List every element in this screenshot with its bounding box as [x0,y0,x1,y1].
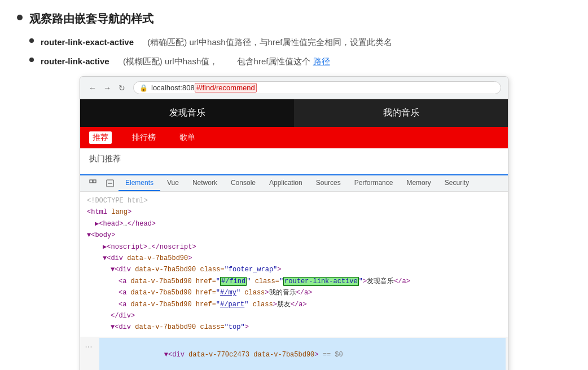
code-line-12: ▼<div data-v-7ba5bd90 class="top"> [87,321,501,333]
sub-text-2: router-link-active (模糊匹配) url中hash值， 包含h… [41,55,330,68]
app-nav: 发现音乐 我的音乐 [80,99,508,127]
sub-bullet-2: router-link-active (模糊匹配) url中hash值， 包含h… [29,55,571,68]
browser-area: ← → ↻ 🔒 localhost:808#/find/recommend 发现… [17,76,571,370]
address-text: localhost:808#/find/recommend [151,83,257,92]
sub-bullet-1: router-link-exact-active (精确匹配) url中hash… [29,36,571,49]
class-name-1: router-link-exact-active [41,37,134,47]
nav-item-find[interactable]: 发现音乐 [80,99,294,127]
sub-nav-ranking[interactable]: 排行榜 [129,131,159,144]
tab-elements[interactable]: Elements [119,175,160,191]
page-content: 观察路由嵌套导航的样式 router-link-exact-active (精确… [0,0,588,370]
browser-nav-buttons: ← → ↻ [87,82,128,94]
class-name-2: router-link-active [41,56,109,66]
desc-1: (精确匹配) url中hash值路径，与href属性值完全相同，设置此类名 [147,37,392,47]
desc-2: (模糊匹配) url中hash值， 包含href属性值这个 路径 [123,56,330,66]
code-line-5: ▶<noscript>…</noscript> [87,241,501,253]
code-line-4: ▼<body> [87,230,501,241]
three-dots: … [80,338,97,351]
address-bar[interactable]: 🔒 localhost:808#/find/recommend [133,81,501,94]
tab-sources[interactable]: Sources [309,175,348,191]
devtools-code-bottom: ▼<div data-v-770c2473 data-v-7ba5bd90> =… [97,338,508,370]
devtools-code-panel: <!DOCTYPE html> <html lang> ▶<head>…</he… [80,192,508,337]
sub-dot-2 [29,58,34,62]
devtools-cursor-icon[interactable] [85,176,102,191]
tab-application[interactable]: Application [262,175,309,191]
code-line-2: <html lang> [87,206,501,218]
main-title: 观察路由嵌套导航的样式 [29,11,153,27]
tab-console[interactable]: Console [224,175,262,191]
code-line-9: <a data-v-7ba5bd90 href="#/my" class>我的音… [87,287,501,298]
sub-nav: 推荐 排行榜 歌单 [80,127,508,148]
back-button[interactable]: ← [87,82,98,94]
code-line-11: </div> [87,310,501,321]
main-bullet-dot [17,15,23,20]
code-line-3: ▶<head>…</head> [87,218,501,230]
devtools-tabs: Elements Vue Network Console Application… [80,175,508,192]
tab-performance[interactable]: Performance [348,175,400,191]
tab-network[interactable]: Network [186,175,224,191]
main-bullet: 观察路由嵌套导航的样式 [17,11,571,27]
tab-vue[interactable]: Vue [160,175,186,191]
sub-bullets: router-link-exact-active (精确匹配) url中hash… [29,36,571,68]
forward-button[interactable]: → [102,82,113,94]
address-highlighted: #/find/recommend [195,83,257,92]
link-text: 路径 [313,56,330,66]
tab-security[interactable]: Security [438,175,476,191]
devtools-bottom-row: … ▼<div data-v-770c2473 data-v-7ba5bd90>… [80,337,508,370]
nav-item-my[interactable]: 我的音乐 [294,99,508,127]
svg-rect-0 [90,180,93,183]
content-area: 执门推荐 [80,148,508,174]
sub-nav-songlist[interactable]: 歌单 [176,131,199,144]
browser-chrome: ← → ↻ 🔒 localhost:808#/find/recommend [80,77,508,99]
devtools-panel: Elements Vue Network Console Application… [80,174,508,370]
lock-icon: 🔒 [139,84,148,92]
sub-dot-1 [29,38,34,43]
sub-text-1: router-link-exact-active (精确匹配) url中hash… [41,36,392,49]
sub-nav-recommend[interactable]: 推荐 [89,131,112,144]
code-line-7: ▼<div data-v-7ba5bd90 class="footer_wrap… [87,264,501,275]
tab-memory[interactable]: Memory [400,175,437,191]
reload-button[interactable]: ↻ [116,82,128,94]
code-line-1: <!DOCTYPE html> [87,195,501,206]
section-title: 执门推荐 [89,154,499,164]
devtools-inspect-icon[interactable] [102,176,119,191]
browser-window: ← → ↻ 🔒 localhost:808#/find/recommend 发现… [80,76,508,370]
code-line-6: ▼<div data-v-7ba5bd90> [87,253,501,264]
code-line-highlighted: ▼<div data-v-770c2473 data-v-7ba5bd90> =… [99,338,506,370]
code-line-8: <a data-v-7ba5bd90 href="#/find" class="… [87,276,501,287]
svg-rect-1 [93,180,96,183]
code-line-10: <a data-v-7ba5bd90 href="#/part" class>朋… [87,299,501,310]
